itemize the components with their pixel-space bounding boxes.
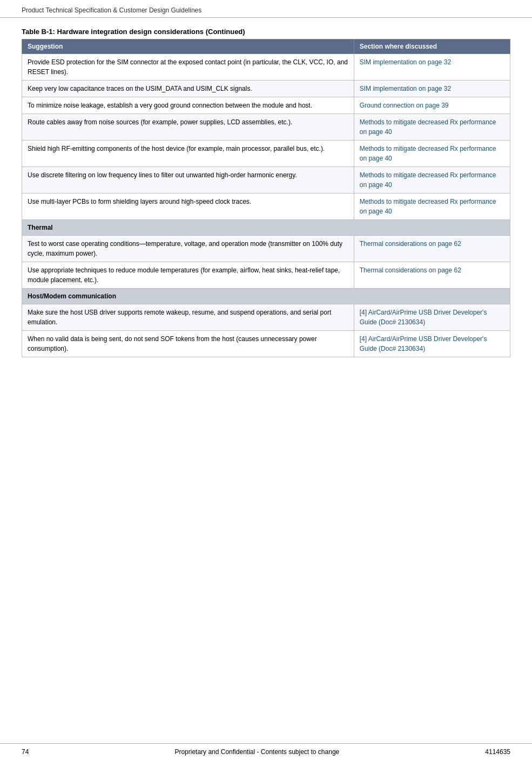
section-link[interactable]: Methods to mitigate decreased Rx perform… (360, 171, 496, 189)
footer-page-number: 74 (22, 748, 29, 756)
table-row: To minimize noise leakage, establish a v… (22, 97, 510, 114)
table-row: Test to worst case operating conditions—… (22, 236, 510, 262)
section-link[interactable]: Thermal considerations on page 62 (360, 266, 461, 274)
section-cell: Methods to mitigate decreased Rx perform… (354, 141, 510, 167)
section-cell: SIM implementation on page 32 (354, 54, 510, 81)
main-table: Suggestion Section where discussed Provi… (22, 39, 510, 357)
table-row: Keep very low capacitance traces on the … (22, 81, 510, 97)
section-cell: Ground connection on page 39 (354, 97, 510, 114)
section-header-cell: Thermal (22, 220, 510, 236)
section-link[interactable]: [4] AirCard/AirPrime USB Driver Develope… (360, 309, 487, 326)
page-header: Product Technical Specification & Custom… (0, 0, 532, 18)
section-header-cell: Host/Modem communication (22, 289, 510, 304)
table-section-header: Host/Modem communication (22, 289, 510, 304)
suggestion-cell: Use discrete filtering on low frequency … (22, 167, 354, 194)
table-row: Use multi-layer PCBs to form shielding l… (22, 194, 510, 220)
col-header-suggestion: Suggestion (22, 39, 354, 54)
table-title: Table B-1: Hardware integration design c… (22, 28, 510, 36)
section-cell: [4] AirCard/AirPrime USB Driver Develope… (354, 331, 510, 357)
section-cell: [4] AirCard/AirPrime USB Driver Develope… (354, 304, 510, 331)
suggestion-cell: Use multi-layer PCBs to form shielding l… (22, 194, 354, 220)
suggestion-cell: Route cables away from noise sources (fo… (22, 114, 354, 141)
suggestion-cell: Provide ESD protection for the SIM conne… (22, 54, 354, 81)
suggestion-cell: Make sure the host USB driver supports r… (22, 304, 354, 331)
section-link[interactable]: Methods to mitigate decreased Rx perform… (360, 198, 496, 215)
page-footer: 74 Proprietary and Confidential - Conten… (0, 743, 532, 760)
suggestion-cell: To minimize noise leakage, establish a v… (22, 97, 354, 114)
table-row: When no valid data is being sent, do not… (22, 331, 510, 357)
section-cell: Methods to mitigate decreased Rx perform… (354, 114, 510, 141)
table-section-header: Thermal (22, 220, 510, 236)
footer-center: Proprietary and Confidential - Contents … (174, 748, 339, 756)
section-link[interactable]: [4] AirCard/AirPrime USB Driver Develope… (360, 335, 487, 352)
footer-doc-number: 4114635 (485, 748, 510, 756)
suggestion-cell: Test to worst case operating conditions—… (22, 236, 354, 262)
table-row: Route cables away from noise sources (fo… (22, 114, 510, 141)
suggestion-cell: When no valid data is being sent, do not… (22, 331, 354, 357)
section-link[interactable]: Thermal considerations on page 62 (360, 240, 461, 248)
header-title: Product Technical Specification & Custom… (22, 6, 201, 14)
section-link[interactable]: Methods to mitigate decreased Rx perform… (360, 118, 496, 136)
suggestion-cell: Shield high RF-emitting components of th… (22, 141, 354, 167)
col-header-section: Section where discussed (354, 39, 510, 54)
section-cell: SIM implementation on page 32 (354, 81, 510, 97)
suggestion-cell: Use appropriate techniques to reduce mod… (22, 262, 354, 289)
section-link[interactable]: SIM implementation on page 32 (360, 58, 451, 66)
suggestion-cell: Keep very low capacitance traces on the … (22, 81, 354, 97)
section-link[interactable]: SIM implementation on page 32 (360, 85, 451, 92)
table-row: Use discrete filtering on low frequency … (22, 167, 510, 194)
section-cell: Thermal considerations on page 62 (354, 262, 510, 289)
table-row: Provide ESD protection for the SIM conne… (22, 54, 510, 81)
section-cell: Methods to mitigate decreased Rx perform… (354, 194, 510, 220)
section-cell: Methods to mitigate decreased Rx perform… (354, 167, 510, 194)
section-link[interactable]: Methods to mitigate decreased Rx perform… (360, 145, 496, 162)
section-link[interactable]: Ground connection on page 39 (360, 102, 449, 109)
table-row: Make sure the host USB driver supports r… (22, 304, 510, 331)
page-content: Table B-1: Hardware integration design c… (0, 22, 532, 379)
table-row: Use appropriate techniques to reduce mod… (22, 262, 510, 289)
table-row: Shield high RF-emitting components of th… (22, 141, 510, 167)
section-cell: Thermal considerations on page 62 (354, 236, 510, 262)
